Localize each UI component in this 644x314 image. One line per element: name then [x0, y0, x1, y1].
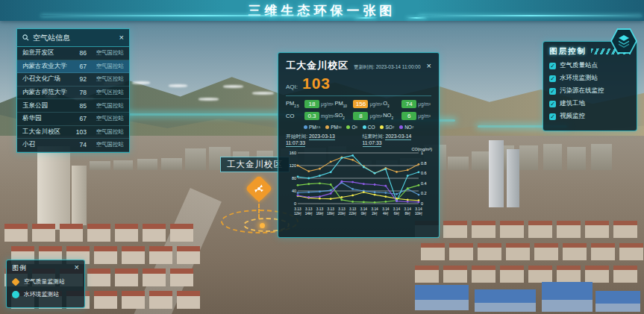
svg-text:0.2: 0.2: [421, 191, 427, 195]
station-type: 空气区控站: [87, 89, 124, 96]
building: [591, 243, 615, 260]
station-row[interactable]: 内蒙古师范大学78空气区控站: [17, 87, 129, 100]
building: [415, 266, 439, 283]
station-row[interactable]: 内蒙古农业大学67空气国控站: [17, 60, 129, 74]
building: [557, 266, 581, 283]
pollutant-value-badge: 156: [353, 100, 368, 108]
station-aqi: 67: [70, 115, 87, 122]
svg-text:10时: 10时: [415, 212, 422, 216]
svg-text:0.8: 0.8: [421, 161, 427, 166]
layer-item[interactable]: ✓空气质量站点: [549, 61, 631, 70]
svg-text:6时: 6时: [394, 212, 400, 216]
air-station-marker[interactable]: [248, 178, 269, 199]
svg-text:3.13: 3.13: [316, 207, 324, 211]
svg-text:14时: 14时: [305, 212, 313, 216]
pollutant-cell: NO26μg/m³: [383, 112, 431, 120]
building: [161, 158, 182, 170]
station-name: 桥华园: [22, 114, 70, 123]
search-icon[interactable]: [22, 34, 29, 41]
svg-text:0.4: 0.4: [421, 181, 427, 186]
pollutant-value-badge: 8: [353, 112, 368, 120]
aqi-readout: AQI: 103: [286, 75, 431, 92]
station-type: 空气国控站: [87, 128, 124, 136]
building: [500, 221, 524, 238]
svg-text:0.6: 0.6: [421, 171, 427, 175]
station-aqi: 78: [70, 89, 87, 96]
building: [478, 243, 501, 260]
legend-item[interactable]: CO: [363, 125, 375, 130]
building: [149, 291, 172, 309]
station-row[interactable]: 玉泉公园85空气国控站: [17, 99, 129, 113]
station-aqi: 85: [70, 102, 87, 110]
building: [177, 291, 200, 309]
pollutant-value-badge: 6: [401, 112, 416, 120]
svg-text:3.13: 3.13: [349, 207, 357, 211]
building: [122, 246, 145, 264]
legend-item[interactable]: PM10: [325, 125, 341, 130]
svg-text:0: 0: [421, 201, 423, 206]
close-icon[interactable]: ×: [119, 34, 124, 42]
svg-text:0时: 0时: [361, 212, 367, 216]
svg-text:2时: 2时: [372, 212, 378, 216]
svg-text:22时: 22时: [349, 212, 357, 216]
building: [534, 243, 558, 260]
layer-item[interactable]: ✓视频监控: [549, 112, 631, 121]
building: [443, 266, 467, 283]
legend-item[interactable]: SO2: [380, 125, 394, 130]
svg-text:3.13: 3.13: [305, 207, 313, 211]
building: [507, 149, 519, 207]
building: [185, 148, 206, 170]
station-name: 工大金川校区: [22, 128, 70, 136]
close-icon[interactable]: ×: [427, 62, 431, 70]
divider: [286, 95, 431, 96]
building: [489, 140, 504, 207]
building: [115, 269, 138, 286]
header-decoration-left: [41, 15, 377, 19]
layer-control-panel: 图层控制 ✓空气质量站点✓水环境监测站✓污染源在线监控✓建筑工地✓视频监控: [543, 41, 637, 131]
station-type: 空气国控站: [87, 49, 124, 57]
station-panel-title: 空气站信息: [33, 33, 119, 43]
layer-item[interactable]: ✓建筑工地: [549, 99, 631, 108]
layer-item[interactable]: ✓水环境监测站: [549, 74, 631, 83]
marker-connector-line: [258, 204, 260, 219]
layer-checkbox: ✓: [549, 75, 556, 82]
svg-text:3.13: 3.13: [328, 207, 335, 211]
building: [72, 166, 87, 225]
building: [585, 221, 609, 238]
building: [149, 246, 172, 264]
building: [87, 224, 110, 242]
building: [421, 243, 445, 260]
building: [475, 289, 536, 312]
station-aqi: 103: [70, 128, 87, 136]
legend-title: 图例: [12, 263, 75, 273]
marker-ground-dot: [260, 223, 265, 228]
building: [443, 221, 467, 238]
svg-text:3.13: 3.13: [294, 207, 301, 211]
update-time: 更新时间: 2023-03-14 11:00:00: [348, 64, 421, 71]
legend-item: 空气质量监测站: [12, 277, 79, 286]
building: [449, 243, 473, 260]
svg-text:160: 160: [290, 151, 296, 155]
legend-item[interactable]: O3: [346, 125, 357, 130]
building: [94, 291, 117, 309]
legend-item[interactable]: NO2: [399, 125, 413, 130]
station-type: 空气国控站: [87, 63, 124, 70]
station-name: 玉泉公园: [22, 101, 70, 110]
building: [500, 266, 524, 283]
svg-text:3.14: 3.14: [360, 207, 368, 211]
map-canvas[interactable]: 三维生态环保一张图 工大金川校区 空气站信息 × 如意开发区86空气国控站内蒙古…: [0, 0, 644, 314]
station-row[interactable]: 小召74空气国控站: [17, 139, 129, 152]
popup-title: 工大金川校区: [286, 59, 348, 72]
close-icon[interactable]: ×: [75, 263, 79, 273]
layer-item[interactable]: ✓污染源在线监控: [549, 87, 631, 95]
svg-text:80: 80: [292, 176, 296, 180]
station-row[interactable]: 桥华园67空气区控站: [17, 113, 129, 126]
station-name: 小召文化广场: [22, 75, 70, 84]
legend-item[interactable]: PM2.5: [304, 125, 320, 130]
station-row[interactable]: 如意开发区86空气国控站: [17, 47, 129, 60]
station-name: 小召: [22, 140, 70, 149]
station-row[interactable]: 工大金川校区103空气国控站: [17, 126, 129, 139]
marker-pointer: [257, 198, 261, 203]
station-row[interactable]: 小召文化广场92空气区控站: [17, 73, 129, 87]
layers-toggle-button[interactable]: [610, 28, 637, 54]
